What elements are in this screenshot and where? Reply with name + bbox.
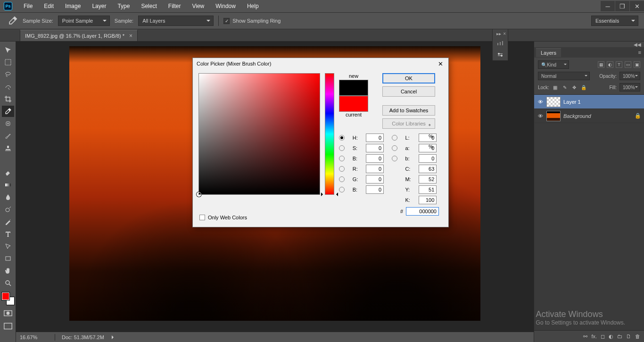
hue-radio[interactable] [339,135,345,141]
a-input[interactable]: 0 [419,144,437,152]
blur-tool[interactable] [2,192,14,203]
panel-menu-icon[interactable]: ≡ [636,50,644,55]
zoom-level[interactable]: 16.67% [20,334,48,340]
move-tool[interactable] [2,44,14,56]
shape-filter-icon[interactable]: ▭ [625,61,631,68]
r-radio[interactable] [339,166,345,172]
dialog-close-icon[interactable]: ✕ [436,59,445,68]
quick-mask-toggle[interactable] [3,309,13,318]
close-button[interactable]: ✕ [630,1,644,11]
b2-input[interactable]: 0 [366,185,384,194]
pen-tool[interactable] [2,216,14,227]
screen-mode-toggle[interactable] [3,322,13,331]
add-to-swatches-button[interactable]: Add to Swatches [382,105,435,116]
eyedropper-tool[interactable] [2,106,14,117]
m-input[interactable]: 52 [419,175,437,184]
filter-kind-dropdown[interactable]: 🔍 Kind [538,60,569,69]
l-input[interactable]: 0 [419,133,437,142]
b-input[interactable]: 0 [419,154,437,163]
mask-icon[interactable]: ◻ [601,334,605,340]
hue-input[interactable]: 0 [366,133,384,142]
history-brush-tool[interactable] [2,155,14,166]
gradient-tool[interactable] [2,179,14,191]
lasso-tool[interactable] [2,69,14,80]
menu-file[interactable]: File [18,1,38,11]
rectangle-tool[interactable] [2,253,14,264]
link-layers-icon[interactable]: ⚯ [583,334,587,340]
g-input[interactable]: 0 [366,175,384,184]
blend-mode-dropdown[interactable]: Normal [538,72,590,80]
group-icon[interactable]: 🗀 [617,334,622,339]
path-select-tool[interactable] [2,241,14,252]
opacity-input[interactable]: 100% [619,72,640,80]
stamp-tool[interactable] [2,142,14,154]
quick-select-tool[interactable] [2,81,14,92]
k-input[interactable]: 100 [419,196,437,204]
current-color-swatch[interactable] [339,96,368,112]
menu-filter[interactable]: Filter [163,1,187,11]
hue-slider[interactable] [325,73,334,195]
layer-name[interactable]: Layer 1 [563,99,581,105]
layer-item[interactable]: 👁 Layer 1 [534,95,644,109]
healing-tool[interactable] [2,118,14,129]
menu-edit[interactable]: Edit [38,1,59,11]
menu-image[interactable]: Image [59,1,86,11]
g-radio[interactable] [339,176,345,182]
color-libraries-button[interactable]: Color Libraries [382,118,435,129]
brush-tool[interactable] [2,130,14,142]
zoom-tool[interactable] [2,277,14,289]
b2-radio[interactable] [339,187,345,192]
lock-position-icon[interactable]: ✥ [571,84,578,91]
r-input[interactable]: 0 [366,165,384,173]
visibility-icon[interactable]: 👁 [537,113,544,119]
menu-layer[interactable]: Layer [86,1,112,11]
status-menu-icon[interactable] [112,335,116,339]
sat-radio[interactable] [339,145,345,151]
maximize-button[interactable]: ❐ [615,1,629,11]
crop-tool[interactable] [2,93,14,105]
document-tab[interactable]: IMG_8922.jpg @ 16.7% (Layer 1, RGB/8) * … [20,30,138,41]
layers-tab[interactable]: Layers [536,48,561,57]
show-sampling-ring-checkbox[interactable]: ✓ Show Sampling Ring [223,18,281,24]
workspace-dropdown[interactable]: Essentials [591,16,638,26]
smart-filter-icon[interactable]: ▣ [634,61,640,68]
dodge-tool[interactable] [2,204,14,215]
only-web-colors-checkbox[interactable]: Only Web Colors [199,215,247,220]
sample-layers-dropdown[interactable]: All Layers [138,16,214,26]
minimize-button[interactable]: ─ [601,1,615,11]
c-input[interactable]: 63 [419,165,437,173]
fill-input[interactable]: 100% [619,83,640,92]
sat-input[interactable]: 0 [366,144,384,152]
panel-grip[interactable]: ◀◀ [534,42,644,47]
l-radio[interactable] [392,135,397,141]
lock-all-icon[interactable]: 🔒 [580,84,587,91]
menu-view[interactable]: View [186,1,210,11]
adjustment-icon[interactable]: ◐ [609,334,613,340]
a-radio[interactable] [392,145,397,151]
type-tool[interactable] [2,228,14,240]
bri-radio[interactable] [339,156,345,161]
foreground-swatch[interactable] [2,292,9,300]
adjust-filter-icon[interactable]: ◐ [607,61,613,68]
hand-tool[interactable] [2,265,14,276]
layer-name[interactable]: Background [563,113,591,119]
eraser-tool[interactable] [2,167,14,178]
menu-window[interactable]: Window [210,1,241,11]
strip-grip[interactable]: ▸▸× [493,30,508,37]
brushes-panel-icon[interactable] [493,37,507,49]
doc-size[interactable]: Doc: 51.3M/57.2M [62,334,104,340]
cancel-button[interactable]: Cancel [382,86,435,97]
menu-select[interactable]: Select [135,1,162,11]
hex-input[interactable]: 000000 [406,207,439,216]
delete-layer-icon[interactable]: 🗑 [635,334,640,339]
brush-presets-panel-icon[interactable] [493,49,507,60]
layer-thumbnail[interactable] [546,97,561,107]
marquee-tool[interactable] [2,57,14,68]
layer-item[interactable]: 👁 Background 🔒 [534,109,644,123]
color-field[interactable] [198,73,320,195]
type-filter-icon[interactable]: T [616,61,622,68]
close-tab-icon[interactable]: × [129,33,132,39]
pixel-filter-icon[interactable]: ▦ [598,61,604,68]
menu-help[interactable]: Help [241,1,264,11]
new-layer-icon[interactable]: 🗋 [626,334,631,339]
